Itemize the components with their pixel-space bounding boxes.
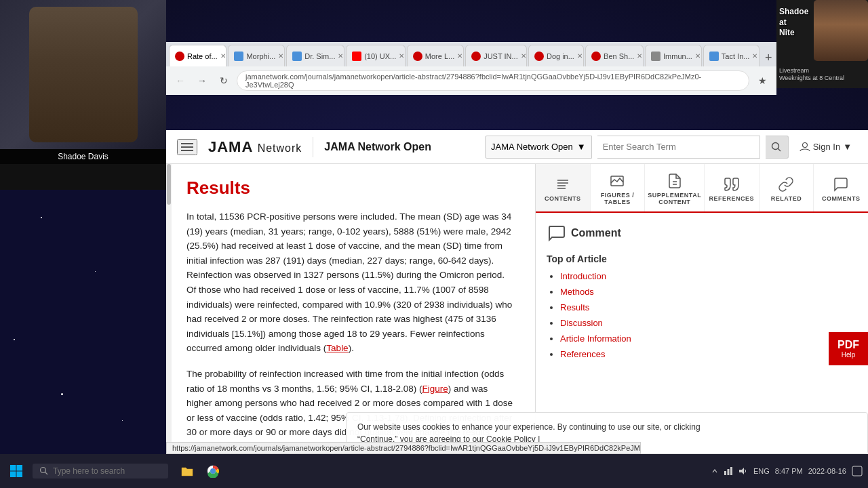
svg-rect-19 <box>727 469 729 475</box>
chrome-icon <box>206 464 220 478</box>
dropdown-arrow-icon: ▼ <box>577 142 586 152</box>
address-bar[interactable]: jamanetwork.com/journals/jamanetworkopen… <box>237 70 749 91</box>
tab-9[interactable]: Immun... ✕ <box>645 45 702 66</box>
svg-rect-10 <box>10 465 16 471</box>
svg-point-14 <box>41 468 46 473</box>
comment-label: Comment <box>571 227 621 239</box>
related-icon <box>778 176 794 192</box>
streamer-text-bottom: Livestream Weeknights at 8 Central <box>779 67 844 83</box>
journal-selector[interactable]: JAMA Network Open ▼ <box>485 136 592 159</box>
toc-item-results: Results <box>560 302 857 312</box>
tab-close-2[interactable]: ✕ <box>278 52 283 60</box>
scroll-indicator[interactable] <box>166 164 172 454</box>
tab-close-5[interactable]: ✕ <box>457 52 462 60</box>
hamburger-menu[interactable] <box>177 139 197 155</box>
tab-close[interactable]: ✕ <box>220 52 226 60</box>
address-bar-row: ← → ↻ jamanetwork.com/journals/jamanetwo… <box>166 66 776 95</box>
contents-icon <box>555 176 571 192</box>
tab-7[interactable]: Dog in... ✕ <box>528 45 584 66</box>
tab-close-8[interactable]: ✕ <box>637 52 642 60</box>
back-button[interactable]: ← <box>172 72 189 89</box>
toc-item-introduction: Introduction <box>560 271 857 281</box>
new-tab-button[interactable]: + <box>761 49 777 66</box>
tab-close-3[interactable]: ✕ <box>338 52 343 60</box>
chevron-up-icon[interactable] <box>711 468 718 474</box>
webcam-person <box>29 7 138 142</box>
toc-item-references: References <box>560 349 857 359</box>
nav-icons-bar: CONTENTS FIGURES / TABLES SUPPLEMENTAL C <box>536 164 868 213</box>
tab-close-7[interactable]: ✕ <box>577 52 583 60</box>
svg-point-17 <box>210 468 216 474</box>
toc-item-article-info: Article Information <box>560 333 857 344</box>
windows-icon <box>9 464 23 478</box>
sign-in-button[interactable]: Sign In ▼ <box>794 139 857 155</box>
tab-5[interactable]: More L... ✕ <box>407 45 464 66</box>
toc-link-discussion[interactable]: Discussion <box>560 318 603 328</box>
sys-tray: ENG 8:47 PM 2022-08-16 <box>711 466 863 476</box>
toc-link-introduction[interactable]: Introduction <box>560 271 606 281</box>
tab-6[interactable]: JUST IN... ✕ <box>465 45 527 66</box>
tab-close-10[interactable]: ✕ <box>752 52 757 60</box>
nav-contents[interactable]: CONTENTS <box>536 164 591 211</box>
jama-logo-text: JAMA Network <box>208 138 302 156</box>
tab-close-4[interactable]: ✕ <box>399 52 404 60</box>
tab-2[interactable]: Morphi... ✕ <box>228 45 285 66</box>
start-button[interactable] <box>5 460 27 482</box>
results-paragraph-1: In total, 11536 PCR-positive persons wer… <box>186 209 515 356</box>
toc-link-methods[interactable]: Methods <box>560 287 594 297</box>
jama-logo: JAMA Network <box>208 138 302 156</box>
header-search: JAMA Network Open ▼ Sign In ▼ <box>485 136 857 159</box>
nav-related[interactable]: RELATED <box>760 164 814 211</box>
taskbar-search-icon <box>39 466 49 476</box>
svg-rect-13 <box>17 472 23 478</box>
figure-link[interactable]: Figure <box>422 384 448 394</box>
notification-icon[interactable] <box>852 466 863 476</box>
tab-active[interactable]: Rate of... ✕ <box>169 45 226 66</box>
toc-item-methods: Methods <box>560 287 857 297</box>
nav-references[interactable]: REFERENCES <box>705 164 760 211</box>
forward-button[interactable]: → <box>193 72 211 89</box>
svg-point-2 <box>802 142 807 147</box>
toc-list: Introduction Methods Results Discussion … <box>547 271 857 359</box>
svg-rect-18 <box>724 471 726 475</box>
taskbar-chrome[interactable] <box>202 460 224 482</box>
webcam-overlay: Shadoe Davis <box>0 0 166 190</box>
taskbar-search-input[interactable] <box>53 466 161 476</box>
toc-link-article-info[interactable]: Article Information <box>560 333 631 344</box>
toc-link-results[interactable]: Results <box>560 302 589 312</box>
tab-8[interactable]: Ben Sh... ✕ <box>585 45 644 66</box>
table-link[interactable]: Table <box>326 343 348 353</box>
toc-link-references[interactable]: References <box>560 349 605 359</box>
taskbar-icons <box>176 460 224 482</box>
status-url: https://jamanetwork.com/journals/jamanet… <box>172 444 641 452</box>
taskbar: ENG 8:47 PM 2022-08-16 <box>0 454 868 488</box>
taskbar-search[interactable] <box>33 464 168 479</box>
tab-3[interactable]: Dr. Sim... ✕ <box>286 45 344 66</box>
tab-4[interactable]: (10) UX... ✕ <box>346 45 406 66</box>
date-display: 2022-08-16 <box>808 467 846 475</box>
language-label: ENG <box>753 467 770 475</box>
status-bar: https://jamanetwork.com/journals/jamanet… <box>166 442 641 454</box>
nav-comments[interactable]: COMMENTS <box>814 164 868 211</box>
figures-icon <box>609 173 625 189</box>
tab-close-6[interactable]: ✕ <box>521 52 526 60</box>
streamer-face <box>814 0 868 61</box>
scroll-thumb <box>167 164 171 205</box>
nav-figures[interactable]: FIGURES / TABLES <box>591 164 646 211</box>
bookmark-button[interactable]: ★ <box>753 72 771 89</box>
jama-header: JAMA Network JAMA Network Open JAMA Netw… <box>166 130 868 164</box>
taskbar-file-explorer[interactable] <box>176 460 198 482</box>
main-content: Results In total, 11536 PCR-positive per… <box>166 164 868 454</box>
tab-10[interactable]: Tact In... ✕ <box>703 45 760 66</box>
folder-icon <box>180 464 194 478</box>
svg-rect-22 <box>852 466 862 476</box>
webcam-video <box>0 0 166 149</box>
search-button[interactable] <box>766 136 789 159</box>
pdf-button[interactable]: PDF Help <box>829 332 868 365</box>
time-display: 8:47 PM <box>775 467 803 475</box>
toc-item-discussion: Discussion <box>560 318 857 328</box>
tab-close-9[interactable]: ✕ <box>695 52 701 60</box>
nav-supplemental[interactable]: SUPPLEMENTAL CONTENT <box>645 164 705 211</box>
reload-button[interactable]: ↻ <box>215 72 233 89</box>
search-input[interactable] <box>597 136 760 159</box>
